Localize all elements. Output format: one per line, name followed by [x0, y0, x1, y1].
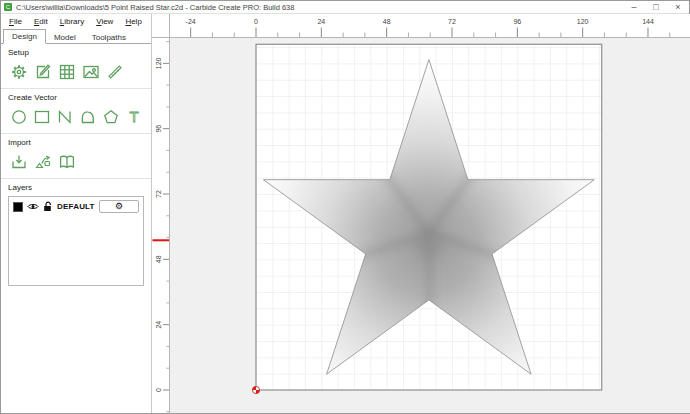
book-icon	[57, 152, 77, 172]
svg-text:72: 72	[448, 18, 456, 25]
svg-text:72: 72	[155, 190, 162, 198]
curve-icon	[78, 107, 98, 127]
polygon-icon	[101, 107, 121, 127]
layer-settings-button[interactable]: ⚙	[99, 200, 139, 213]
curve-tool-button[interactable]	[77, 106, 98, 128]
layer-visibility-eye-icon[interactable]	[27, 202, 39, 211]
setup-section-title: Setup	[8, 48, 144, 57]
import-icon	[9, 152, 29, 172]
vertical-ruler: 024487296120	[152, 38, 170, 413]
maximize-button[interactable]: □	[645, 1, 667, 13]
menu-view[interactable]: View	[91, 16, 118, 27]
origin-marker	[252, 386, 259, 393]
job-setup-button[interactable]	[8, 61, 30, 83]
layer-name: DEFAULT	[57, 202, 95, 211]
svg-text:T: T	[129, 108, 138, 125]
rectangle-tool-button[interactable]	[31, 106, 52, 128]
window-controls: – □ ×	[623, 1, 689, 13]
trace-image-button[interactable]	[32, 151, 54, 173]
tab-model[interactable]: Model	[46, 31, 84, 44]
import-section: Import	[1, 134, 151, 179]
svg-text:96: 96	[155, 125, 162, 133]
shape-library-button[interactable]	[56, 151, 78, 173]
app-icon: C	[4, 3, 12, 11]
sidebar: File Edit Library View Help Design Model…	[1, 14, 152, 413]
image-icon	[81, 62, 101, 82]
menu-library[interactable]: Library	[55, 16, 89, 27]
svg-text:24: 24	[317, 18, 325, 25]
tab-design[interactable]: Design	[3, 29, 46, 44]
grid-icon	[57, 62, 77, 82]
layer-row[interactable]: DEFAULT ⚙	[9, 197, 143, 216]
grid-settings-button[interactable]	[56, 61, 78, 83]
titlebar: C C:\Users\willia\Downloads\5 Point Rais…	[1, 1, 689, 14]
import-file-button[interactable]	[8, 151, 30, 173]
ruler-icon	[105, 62, 125, 82]
tab-toolpaths[interactable]: Toolpaths	[84, 31, 134, 44]
polyline-tool-button[interactable]	[54, 106, 75, 128]
layers-panel: DEFAULT ⚙	[8, 196, 144, 286]
polyline-icon	[55, 107, 75, 127]
setup-section: Setup	[1, 44, 151, 89]
horizontal-ruler: -24024487296120144	[170, 14, 690, 38]
menu-edit[interactable]: Edit	[29, 16, 53, 27]
app-window: C C:\Users\willia\Downloads\5 Point Rais…	[0, 0, 690, 414]
menu-help[interactable]: Help	[120, 16, 146, 27]
close-button[interactable]: ×	[667, 1, 689, 13]
text-icon: T	[124, 107, 144, 127]
svg-text:0: 0	[254, 18, 258, 25]
layers-section-title: Layers	[8, 183, 144, 192]
create-vector-section: Create Vector	[1, 89, 151, 134]
svg-text:120: 120	[577, 18, 589, 25]
layer-color-swatch[interactable]	[13, 202, 23, 212]
svg-text:0: 0	[155, 388, 162, 392]
gear-icon	[9, 62, 29, 82]
svg-text:96: 96	[513, 18, 521, 25]
edit-drawing-button[interactable]	[32, 61, 54, 83]
menu-file[interactable]: File	[4, 16, 27, 27]
main-tabs: Design Model Toolpaths	[1, 28, 151, 44]
sidebar-empty-area	[1, 289, 151, 413]
trace-icon	[33, 152, 53, 172]
svg-text:120: 120	[155, 57, 162, 69]
svg-text:48: 48	[155, 255, 162, 263]
circle-tool-button[interactable]	[8, 106, 29, 128]
ruler-corner	[152, 14, 170, 38]
svg-text:144: 144	[642, 18, 654, 25]
viewport-region: -24024487296120144 024487296120	[152, 14, 689, 413]
cursor-position-marker	[153, 239, 170, 241]
svg-text:48: 48	[383, 18, 391, 25]
circle-icon	[9, 107, 29, 127]
polygon-tool-button[interactable]	[100, 106, 121, 128]
menubar: File Edit Library View Help	[1, 14, 151, 28]
measure-button[interactable]	[104, 61, 126, 83]
text-tool-button[interactable]: T	[123, 106, 144, 128]
window-title: C:\Users\willia\Downloads\5 Point Raised…	[16, 3, 623, 12]
layers-section: Layers DEFAULT ⚙	[1, 179, 151, 289]
layer-lock-icon[interactable]	[43, 201, 53, 212]
minimize-button[interactable]: –	[623, 1, 645, 13]
rectangle-icon	[32, 107, 52, 127]
edit-document-icon	[33, 62, 53, 82]
svg-text:-24: -24	[186, 18, 196, 25]
design-canvas[interactable]	[170, 38, 690, 413]
background-image-button[interactable]	[80, 61, 102, 83]
svg-text:24: 24	[155, 321, 162, 329]
import-section-title: Import	[8, 138, 144, 147]
create-vector-section-title: Create Vector	[8, 93, 144, 102]
